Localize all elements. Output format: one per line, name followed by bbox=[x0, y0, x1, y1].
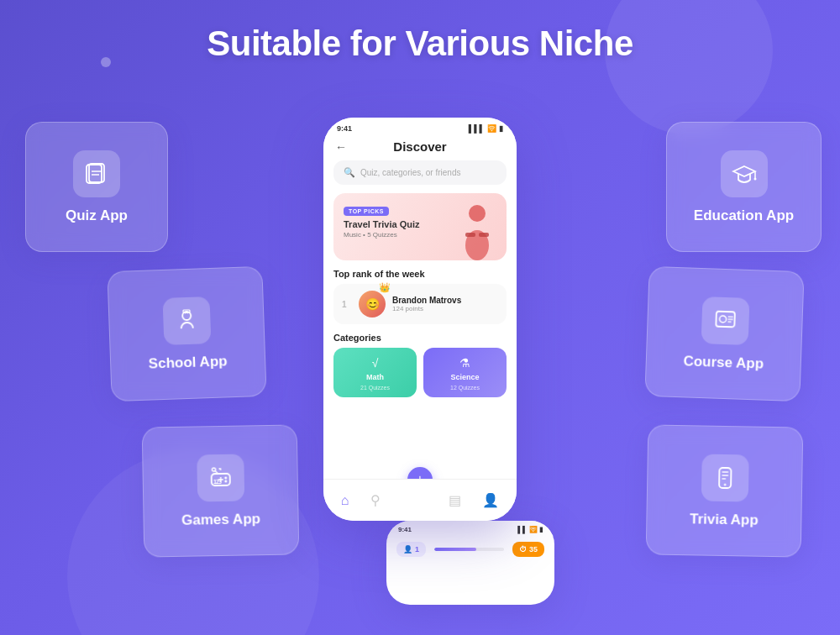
bottom-navigation: ⌂ ⚲ ▤ 👤 bbox=[323, 479, 517, 521]
rank-name: Brandon Matrovs bbox=[392, 296, 498, 305]
trivia-app-icon bbox=[701, 454, 748, 501]
timer-icon: ⏱ bbox=[519, 545, 527, 554]
second-phone-mockup: 9:41 ▌▌ 🛜 ▮ 👤 1 ⏱ 35 bbox=[386, 521, 554, 605]
second-phone-status-bar: 9:41 ▌▌ 🛜 ▮ bbox=[386, 521, 554, 537]
timer-badge: ⏱ 35 bbox=[512, 542, 544, 557]
svg-point-11 bbox=[212, 468, 215, 471]
rank-number: 1 bbox=[342, 300, 352, 309]
svg-rect-23 bbox=[722, 470, 728, 472]
bg-decoration-circle-1 bbox=[605, 0, 773, 134]
signal-icon: ▌▌▌ bbox=[469, 124, 485, 133]
phone-search-bar[interactable]: 🔍 Quiz, categories, or friends bbox=[333, 160, 507, 185]
svg-rect-24 bbox=[722, 474, 728, 475]
svg-point-16 bbox=[753, 177, 756, 180]
second-phone-screen: 9:41 ▌▌ 🛜 ▮ 👤 1 ⏱ 35 bbox=[386, 521, 554, 605]
timer-value: 35 bbox=[529, 545, 538, 554]
stats-nav-icon[interactable]: ▤ bbox=[449, 492, 461, 508]
profile-nav-icon[interactable]: 👤 bbox=[482, 492, 499, 508]
rank-avatar: 😊 👑 bbox=[359, 291, 386, 318]
categories-section-title: Categories bbox=[323, 333, 517, 348]
math-category-card[interactable]: √ Math 21 Quizzes bbox=[333, 348, 417, 397]
user-count: 1 bbox=[415, 545, 419, 554]
svg-rect-25 bbox=[722, 477, 726, 479]
rank-points: 124 points bbox=[392, 305, 498, 312]
education-app-icon bbox=[721, 150, 768, 197]
rank-info: Brandon Matrovs 124 points bbox=[392, 296, 498, 312]
trivia-app-label: Trivia App bbox=[690, 511, 759, 528]
phone-screen: 9:41 ▌▌▌ 🛜 ▮ ← Discover 🔍 Quiz, categori… bbox=[323, 118, 517, 521]
top-picks-illustration bbox=[454, 202, 500, 260]
second-phone-time: 9:41 bbox=[398, 526, 412, 533]
science-count: 12 Quizzes bbox=[450, 385, 480, 391]
second-phone-content: 👤 1 ⏱ 35 bbox=[386, 537, 554, 562]
user-icon: 👤 bbox=[403, 545, 412, 554]
games-app-icon: 1 2 3 bbox=[197, 454, 244, 501]
status-bar: 9:41 ▌▌▌ 🛜 ▮ bbox=[323, 118, 517, 136]
top-picks-badge: TOP PICKS bbox=[344, 207, 389, 216]
categories-row: √ Math 21 Quizzes ⚗ Science 12 Quizzes bbox=[323, 348, 517, 397]
course-app-icon bbox=[701, 297, 749, 345]
page-title: Suitable for Various Niche bbox=[0, 24, 840, 64]
crown-icon: 👑 bbox=[379, 282, 391, 293]
school-app-icon bbox=[162, 297, 211, 345]
progress-bar bbox=[434, 548, 504, 551]
phone-mockup: 9:41 ▌▌▌ 🛜 ▮ ← Discover 🔍 Quiz, categori… bbox=[323, 118, 517, 521]
rank-section-title: Top rank of the week bbox=[323, 269, 517, 284]
svg-rect-29 bbox=[465, 233, 475, 237]
math-label: Math bbox=[366, 373, 384, 381]
trivia-app-card[interactable]: Trivia App bbox=[646, 424, 804, 557]
search-nav-icon[interactable]: ⚲ bbox=[370, 492, 381, 508]
school-app-label: School App bbox=[148, 353, 227, 372]
phone-header: ← Discover bbox=[323, 136, 517, 160]
svg-rect-30 bbox=[479, 233, 489, 237]
course-app-label: Course App bbox=[683, 353, 764, 372]
wifi-icon: 🛜 bbox=[487, 124, 496, 133]
second-phone-icons: ▌▌ 🛜 ▮ bbox=[517, 526, 543, 533]
phone-page-title: Discover bbox=[393, 139, 446, 154]
search-icon: 🔍 bbox=[344, 167, 355, 178]
math-icon: √ bbox=[372, 356, 379, 370]
home-nav-icon[interactable]: ⌂ bbox=[341, 493, 349, 508]
education-app-label: Education App bbox=[694, 207, 794, 224]
back-button[interactable]: ← bbox=[335, 140, 347, 154]
games-app-card[interactable]: 1 2 3 Games App bbox=[142, 424, 300, 557]
status-time: 9:41 bbox=[337, 124, 352, 133]
course-app-card[interactable]: Course App bbox=[644, 266, 804, 401]
search-placeholder: Quiz, categories, or friends bbox=[360, 168, 461, 177]
svg-text:3: 3 bbox=[218, 478, 221, 485]
science-category-card[interactable]: ⚗ Science 12 Quizzes bbox=[423, 348, 507, 397]
svg-point-27 bbox=[469, 205, 486, 222]
battery-icon: ▮ bbox=[499, 124, 503, 133]
svg-point-10 bbox=[224, 480, 227, 482]
school-app-card[interactable]: School App bbox=[107, 266, 266, 401]
rank-card: 1 😊 👑 Brandon Matrovs 124 points bbox=[333, 284, 507, 324]
top-picks-banner[interactable]: TOP PICKS Travel Trivia Quiz Music • 5 Q… bbox=[333, 193, 507, 260]
progress-fill bbox=[434, 548, 476, 551]
svg-point-18 bbox=[719, 315, 726, 322]
status-icons: ▌▌▌ 🛜 ▮ bbox=[469, 124, 503, 133]
svg-point-26 bbox=[723, 483, 726, 485]
math-count: 21 Quizzes bbox=[360, 385, 390, 391]
quiz-app-card[interactable]: Quiz App bbox=[25, 122, 168, 252]
science-label: Science bbox=[450, 373, 479, 381]
science-icon: ⚗ bbox=[459, 356, 470, 370]
quiz-app-icon bbox=[73, 150, 120, 197]
education-app-card[interactable]: Education App bbox=[666, 122, 822, 252]
user-count-badge: 👤 1 bbox=[396, 542, 426, 557]
quiz-app-label: Quiz App bbox=[66, 207, 128, 224]
games-app-label: Games App bbox=[181, 511, 260, 529]
svg-point-9 bbox=[224, 476, 227, 479]
